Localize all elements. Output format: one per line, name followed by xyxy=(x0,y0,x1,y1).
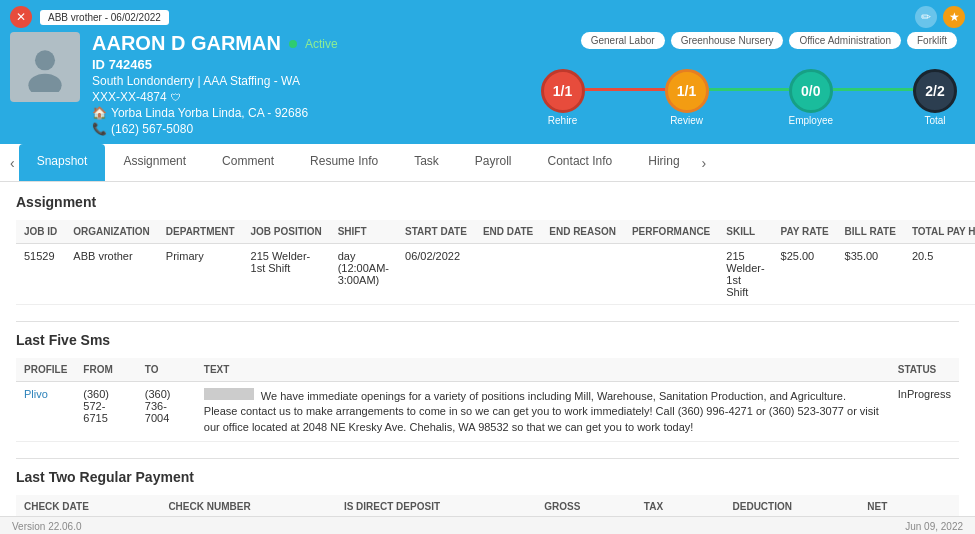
location-row: South Londonderry | AAA Staffing - WA xyxy=(92,74,529,88)
cell-bill-rate: $35.00 xyxy=(837,244,904,305)
circle-rehire-label: Rehire xyxy=(548,115,577,126)
col-total-hours: TOTAL PAY HOURS xyxy=(904,220,975,244)
sms-col-to: TO xyxy=(137,358,196,382)
phone-row: 📞 (162) 567-5080 xyxy=(92,122,529,136)
footer: Version 22.06.0 Jun 09, 2022 xyxy=(0,516,975,534)
top-bar: ✕ ABB vrother - 06/02/2022 ✏ ★ xyxy=(10,6,965,28)
tab-payroll[interactable]: Payroll xyxy=(457,144,530,181)
tab-task[interactable]: Task xyxy=(396,144,457,181)
sms-col-text: TEXT xyxy=(196,358,890,382)
pay-col-deduction: DEDUCTION xyxy=(725,495,860,516)
cell-dept: Primary xyxy=(158,244,243,305)
name-text: AARON D GARMAN xyxy=(92,32,281,55)
tab-arrow-left[interactable]: ‹ xyxy=(6,147,19,179)
sms-col-profile: PROFILE xyxy=(16,358,75,382)
col-job-pos: JOB POSITION xyxy=(243,220,330,244)
sms-from: (360) 572-6715 xyxy=(75,382,136,442)
profile-section: AARON D GARMAN Active ID 742465 South Lo… xyxy=(10,32,965,144)
col-start-date: START DATE xyxy=(397,220,475,244)
svg-point-1 xyxy=(28,74,61,92)
circle-rehire-value: 1/1 xyxy=(541,69,585,113)
connector-3 xyxy=(833,88,913,91)
tab-snapshot[interactable]: Snapshot xyxy=(19,144,106,181)
table-row: 51529 ABB vrother Primary 215 Welder-1st… xyxy=(16,244,975,305)
shield-icon: 🛡 xyxy=(171,92,181,103)
col-job-id: JOB ID xyxy=(16,220,65,244)
cell-total-hours: 20.5 xyxy=(904,244,975,305)
tab-comment[interactable]: Comment xyxy=(204,144,292,181)
circle-employee-value: 0/0 xyxy=(789,69,833,113)
payment-table-header: CHECK DATE CHECK NUMBER IS DIRECT DEPOSI… xyxy=(16,495,959,516)
footer-date: Jun 09, 2022 xyxy=(905,521,963,532)
sms-table: PROFILE FROM TO TEXT STATUS Plivo (360) … xyxy=(16,358,959,442)
phone-icon: 📞 xyxy=(92,122,107,136)
skill-badge-greenhouse: Greenhouse Nursery xyxy=(671,32,784,49)
circle-review-value: 1/1 xyxy=(665,69,709,113)
cell-shift: day (12:00AM-3:00AM) xyxy=(330,244,397,305)
circle-total-label: Total xyxy=(924,115,945,126)
cell-pay-rate: $25.00 xyxy=(773,244,837,305)
pay-col-date: CHECK DATE xyxy=(16,495,160,516)
col-dept: DEPARTMENT xyxy=(158,220,243,244)
circle-total-value: 2/2 xyxy=(913,69,957,113)
avatar xyxy=(10,32,80,102)
phone-text: (162) 567-5080 xyxy=(111,122,193,136)
close-button[interactable]: ✕ xyxy=(10,6,32,28)
assignment-table: JOB ID ORGANIZATION DEPARTMENT JOB POSIT… xyxy=(16,220,975,305)
top-bar-left: ✕ ABB vrother - 06/02/2022 xyxy=(10,6,169,28)
ssn-text: XXX-XX-4874 xyxy=(92,90,167,104)
assignment-table-header: JOB ID ORGANIZATION DEPARTMENT JOB POSIT… xyxy=(16,220,975,244)
assignment-section-title: Assignment xyxy=(16,194,959,210)
cell-end-date xyxy=(475,244,541,305)
profile-name: AARON D GARMAN Active xyxy=(92,32,529,55)
pay-col-net: NET xyxy=(859,495,959,516)
connector-2 xyxy=(709,88,789,91)
circle-employee-label: Employee xyxy=(789,115,833,126)
divider-2 xyxy=(16,458,959,459)
cell-org: ABB vrother xyxy=(65,244,157,305)
sms-table-header: PROFILE FROM TO TEXT STATUS xyxy=(16,358,959,382)
skill-badges-container: General Labor Greenhouse Nursery Office … xyxy=(581,32,957,49)
edit-button[interactable]: ✏ xyxy=(915,6,937,28)
sms-section-title: Last Five Sms xyxy=(16,332,959,348)
pay-col-direct: IS DIRECT DEPOSIT xyxy=(336,495,536,516)
star-button[interactable]: ★ xyxy=(943,6,965,28)
tab-assignment[interactable]: Assignment xyxy=(105,144,204,181)
pay-col-check-num: CHECK NUMBER xyxy=(160,495,336,516)
sms-col-from: FROM xyxy=(75,358,136,382)
col-skill: SKILL xyxy=(718,220,772,244)
content-area: Assignment JOB ID ORGANIZATION DEPARTMEN… xyxy=(0,182,975,516)
tab-resume-info[interactable]: Resume Info xyxy=(292,144,396,181)
col-end-reason: END REASON xyxy=(541,220,624,244)
home-icon: 🏠 xyxy=(92,106,107,120)
pay-col-gross: GROSS xyxy=(536,495,636,516)
profile-info: AARON D GARMAN Active ID 742465 South Lo… xyxy=(92,32,529,136)
col-performance: PERFORMANCE xyxy=(624,220,718,244)
payment-table: CHECK DATE CHECK NUMBER IS DIRECT DEPOSI… xyxy=(16,495,959,516)
skill-badge-office: Office Administration xyxy=(789,32,901,49)
tab-hiring[interactable]: Hiring xyxy=(630,144,697,181)
sms-profile: Plivo xyxy=(16,382,75,442)
payment-section-title: Last Two Regular Payment xyxy=(16,469,959,485)
col-end-date: END DATE xyxy=(475,220,541,244)
tab-arrow-right[interactable]: › xyxy=(698,147,711,179)
location-text: South Londonderry | AAA Staffing - WA xyxy=(92,74,300,88)
header: ✕ ABB vrother - 06/02/2022 ✏ ★ AARON D G… xyxy=(0,0,975,144)
col-org: ORGANIZATION xyxy=(65,220,157,244)
cell-performance xyxy=(624,244,718,305)
tab-contact-info[interactable]: Contact Info xyxy=(530,144,631,181)
status-circles: 1/1 Rehire 1/1 Review 0/0 Employee xyxy=(541,69,957,126)
pay-col-tax: TAX xyxy=(636,495,725,516)
sms-text: We have immediate openings for a variety… xyxy=(196,382,890,442)
circle-employee: 0/0 Employee xyxy=(789,69,833,126)
connector-1 xyxy=(585,88,665,91)
svg-point-0 xyxy=(35,50,55,70)
skill-badge-forklift: Forklift xyxy=(907,32,957,49)
sms-status: InProgress xyxy=(890,382,959,442)
tabs-bar: ‹ Snapshot Assignment Comment Resume Inf… xyxy=(0,144,975,182)
address-text: Yorba Linda Yorba Linda, CA - 92686 xyxy=(111,106,308,120)
col-shift: SHIFT xyxy=(330,220,397,244)
top-bar-icons: ✏ ★ xyxy=(915,6,965,28)
circle-rehire: 1/1 Rehire xyxy=(541,69,585,126)
id-value: 742465 xyxy=(109,57,152,72)
